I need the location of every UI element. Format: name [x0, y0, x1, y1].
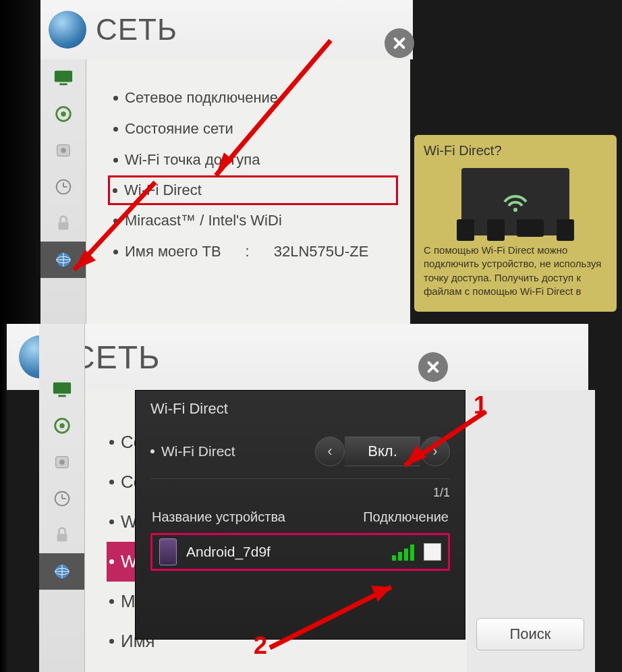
- dialog-toggle-row: Wi-Fi Direct ‹ Вкл. ›: [150, 434, 450, 479]
- sidebar-channel-icon[interactable]: [40, 132, 86, 169]
- device-row[interactable]: Android_7d9f: [150, 533, 450, 571]
- menu-label: Miracast™ / Intel's WiDi: [125, 212, 282, 229]
- svg-rect-20: [58, 395, 65, 397]
- annotation-num-1: 1: [474, 391, 487, 420]
- close-button[interactable]: [418, 352, 448, 382]
- tooltip-title: Wi-Fi Direct?: [424, 143, 607, 159]
- sidebar-sound-icon[interactable]: [39, 408, 84, 444]
- svg-rect-0: [54, 71, 72, 82]
- menu-label: Wi-Fi точка доступа: [125, 151, 260, 169]
- menu-item-status[interactable]: Состояние сети: [111, 113, 398, 144]
- dialog-title: Wi-Fi Direct: [150, 400, 450, 418]
- svg-rect-19: [53, 383, 70, 394]
- svg-point-22: [59, 423, 65, 428]
- phone-icon: [159, 538, 177, 565]
- chevron-left-icon[interactable]: ‹: [315, 437, 345, 466]
- network-globe-icon: [49, 11, 86, 49]
- menu-item-miracast[interactable]: Miracast™ / Intel's WiDi: [111, 205, 398, 236]
- menu-label: Имя моего ТВ: [125, 243, 221, 260]
- svg-point-14: [513, 208, 517, 212]
- tv-bezel: [0, 324, 7, 672]
- tv-name-value: 32LN575U-ZE: [274, 243, 369, 260]
- sidebar-channel-icon[interactable]: [39, 444, 84, 480]
- settings-header: СЕТЬ: [7, 324, 588, 390]
- sidebar-time-icon[interactable]: [39, 480, 84, 517]
- device-count: 1/1: [150, 486, 450, 500]
- sidebar-lock-icon[interactable]: [40, 205, 86, 242]
- sidebar-network-icon[interactable]: [40, 242, 86, 278]
- menu-label: Wi-Fi Direct: [124, 181, 202, 199]
- chevron-right-icon[interactable]: ›: [420, 437, 450, 466]
- settings-sidebar: [39, 324, 85, 672]
- search-button[interactable]: Поиск: [476, 618, 584, 650]
- col-connection: Подключение: [363, 509, 449, 525]
- svg-rect-1: [59, 83, 67, 85]
- toggle-value: Вкл.: [345, 437, 420, 466]
- svg-rect-9: [58, 222, 68, 229]
- sidebar-picture-icon[interactable]: [40, 59, 86, 96]
- menu-item-hotspot[interactable]: Wi-Fi точка доступа: [111, 144, 398, 175]
- menu-item-connection[interactable]: Сетевое подключение: [111, 82, 398, 113]
- sidebar-time-icon[interactable]: [40, 169, 86, 205]
- svg-rect-28: [57, 534, 67, 541]
- svg-point-24: [59, 459, 65, 465]
- tooltip-body: С помощью Wi-Fi Direct можно подключить …: [424, 244, 607, 298]
- device-name: Android_7d9f: [186, 544, 383, 560]
- network-menu-list: Сетевое подключение Состояние сети Wi-Fi…: [86, 59, 410, 324]
- signal-icon: [392, 543, 414, 561]
- annotation-num-2: 2: [254, 632, 267, 660]
- screenshot-wifi-direct-dialog: СЕТЬ Сете Сост Wi-F Wi-F Mira Имя Поиск …: [0, 324, 622, 672]
- wifi-direct-dialog: Wi-Fi Direct Wi-Fi Direct ‹ Вкл. › 1/1 Н…: [135, 390, 465, 640]
- page-title: СЕТЬ: [96, 13, 177, 47]
- sidebar-picture-icon[interactable]: [39, 371, 84, 408]
- right-panel: Поиск: [467, 390, 595, 672]
- wifi-direct-tooltip: Wi-Fi Direct? С помощью Wi-Fi Direct мож…: [414, 135, 617, 312]
- close-button[interactable]: [385, 28, 414, 58]
- menu-item-tvname[interactable]: Имя моего ТВ : 32LN575U-ZE: [111, 236, 398, 267]
- col-device-name: Название устройства: [152, 509, 285, 525]
- wifi-direct-toggle[interactable]: ‹ Вкл. ›: [315, 437, 450, 466]
- device-list-header: Название устройства Подключение: [150, 505, 450, 529]
- menu-label: Сетевое подключение: [125, 89, 278, 107]
- sidebar-sound-icon[interactable]: [40, 96, 86, 132]
- tooltip-illustration: [461, 168, 569, 235]
- connect-checkbox[interactable]: [424, 543, 441, 561]
- tv-bezel: [0, 0, 40, 324]
- menu-item-wifi-direct[interactable]: Wi-Fi Direct: [108, 175, 398, 205]
- svg-point-5: [61, 148, 66, 153]
- menu-label: Состояние сети: [125, 120, 233, 138]
- sidebar-network-icon[interactable]: [39, 553, 84, 590]
- svg-point-3: [61, 111, 66, 117]
- toggle-label: Wi-Fi Direct: [161, 443, 235, 459]
- sidebar-lock-icon[interactable]: [39, 517, 84, 553]
- settings-header: СЕТЬ: [40, 0, 413, 59]
- screenshot-network-menu: СЕТЬ Сетевое подключение Состояние сети …: [0, 0, 622, 324]
